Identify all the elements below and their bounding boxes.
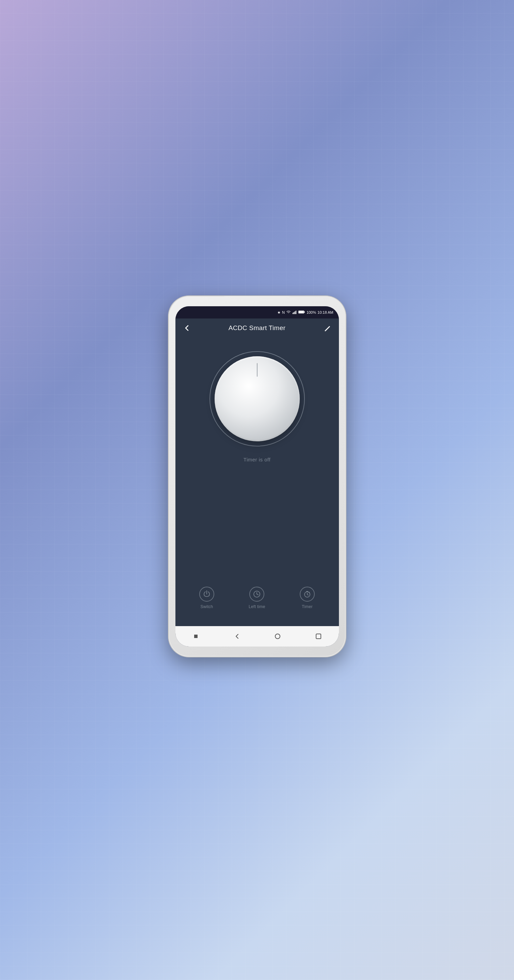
svg-point-10 (275, 634, 280, 639)
status-bar: ★ N (176, 306, 339, 318)
timer-dial[interactable] (209, 351, 305, 447)
phone-outer-shell: ★ N (169, 296, 346, 657)
svg-rect-6 (304, 311, 305, 313)
timer-icon[interactable] (300, 587, 315, 601)
nfc-icon: N (282, 310, 285, 314)
nav-item-timer[interactable]: Timer (300, 587, 315, 609)
dial-indicator (257, 363, 257, 377)
svg-rect-1 (294, 312, 294, 314)
android-nav-bar (176, 626, 339, 646)
dial-knob[interactable] (215, 356, 300, 441)
svg-rect-11 (316, 634, 321, 639)
switch-icon[interactable] (199, 587, 214, 601)
signal-icon (292, 310, 297, 315)
wifi-icon (286, 310, 291, 315)
app-header: ACDC Smart Timer (176, 318, 339, 337)
status-icons-group: ★ N (277, 310, 334, 315)
edit-button[interactable] (321, 322, 334, 334)
svg-rect-9 (194, 635, 198, 638)
app-content: Timer is off Switch (176, 337, 339, 626)
nav-item-left-time[interactable]: Left time (249, 587, 265, 609)
svg-rect-2 (295, 311, 295, 314)
left-time-icon[interactable] (249, 587, 264, 601)
timer-label: Timer (302, 605, 313, 609)
bottom-nav: Switch Left time (182, 580, 332, 619)
back-button[interactable] (181, 322, 193, 334)
phone-top-camera-bar (220, 296, 295, 297)
phone-device: ★ N (169, 296, 346, 657)
svg-rect-5 (299, 311, 304, 313)
android-home-button[interactable] (272, 631, 283, 642)
android-back-button[interactable] (231, 631, 242, 642)
bluetooth-icon: ★ (277, 310, 281, 315)
time-display: 10:18 AM (318, 310, 333, 314)
svg-rect-0 (292, 313, 293, 314)
timer-status-text: Timer is off (244, 457, 270, 463)
switch-label: Switch (200, 605, 213, 609)
battery-percent: 100% (306, 310, 316, 314)
battery-icon (299, 310, 305, 315)
android-recents-button[interactable] (313, 631, 324, 642)
app-title: ACDC Smart Timer (228, 324, 286, 332)
left-time-label: Left time (249, 605, 265, 609)
android-square-button[interactable] (190, 631, 201, 642)
phone-screen: ★ N (176, 306, 339, 646)
nav-item-switch[interactable]: Switch (199, 587, 214, 609)
svg-rect-3 (296, 311, 296, 314)
